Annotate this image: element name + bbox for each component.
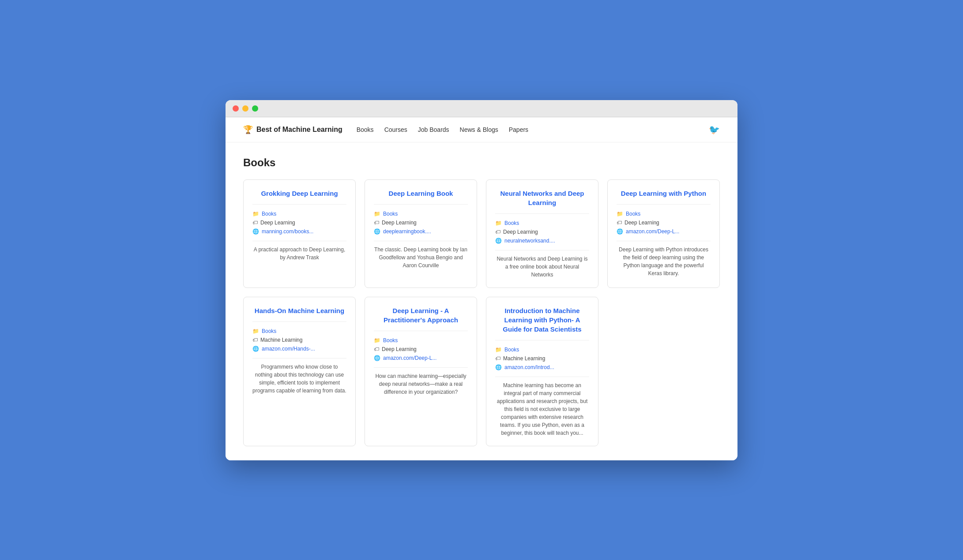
card-description: Deep Learning with Python introduces the… [617,246,711,277]
tag-icon: 🏷 [252,220,258,226]
nav-link-news-blogs[interactable]: News & Blogs [460,126,498,133]
globe-icon: 🌐 [617,228,623,235]
card-title: Deep Learning Book [374,189,468,205]
card-description: Neural Networks and Deep Learning is a f… [495,255,589,279]
brand-label: Best of Machine Learning [256,126,342,134]
card-tag-item: 🏷 Machine Learning [252,337,346,343]
card-url-link[interactable]: manning.com/books... [262,228,313,235]
card-category-link[interactable]: Books [262,211,276,217]
cards-grid-row1: Grokking Deep Learning 📁 Books 🏷 Deep Le… [243,179,720,288]
nav-link-courses[interactable]: Courses [384,126,407,133]
folder-icon: 📁 [374,337,380,343]
nav-link-job-boards[interactable]: Job Boards [418,126,449,133]
tag-icon: 🏷 [374,220,379,226]
trophy-icon: 🏆 [243,125,253,134]
card-meta: 📁 Books 🏷 Deep Learning 🌐 manning.com/bo… [252,211,346,235]
folder-icon: 📁 [252,328,259,334]
card-category-item: 📁 Books [495,347,589,353]
card-url-link[interactable]: amazon.com/Hands-... [262,346,315,352]
card-category-link[interactable]: Books [504,347,519,353]
card-divider [617,241,711,241]
card-url-item: 🌐 neuralnetworksand.... [495,238,589,244]
card-deep-learning-practitioner[interactable]: Deep Learning - A Practitioner's Approac… [365,297,477,446]
empty-card-slot [607,297,720,446]
card-tag: Deep Learning [503,229,538,235]
globe-icon: 🌐 [252,346,259,352]
tag-icon: 🏷 [252,337,258,343]
card-hands-on-machine-learning[interactable]: Hands-On Machine Learning 📁 Books 🏷 Mach… [243,297,356,446]
card-tag-item: 🏷 Deep Learning [617,220,711,226]
browser-titlebar [226,100,737,117]
card-url-item: 🌐 amazon.com/Deep-L... [617,228,711,235]
card-tag-item: 🏷 Deep Learning [374,220,468,226]
globe-icon: 🌐 [374,228,380,235]
globe-icon: 🌐 [374,355,380,361]
card-tag: Deep Learning [382,346,417,352]
nav-links: Books Courses Job Boards News & Blogs Pa… [357,126,709,133]
browser-content: 🏆 Best of Machine Learning Books Courses… [226,117,737,460]
card-meta: 📁 Books 🏷 Machine Learning 🌐 amazon.com/… [495,347,589,370]
folder-icon: 📁 [495,220,502,226]
tag-icon: 🏷 [617,220,622,226]
card-url-link[interactable]: neuralnetworksand.... [504,238,555,244]
card-tag: Deep Learning [260,220,295,226]
card-url-item: 🌐 amazon.com/Hands-... [252,346,346,352]
card-divider [495,377,589,377]
card-url-item: 🌐 deeplearningbook.... [374,228,468,235]
tag-icon: 🏷 [374,346,379,352]
card-intro-ml-python[interactable]: Introduction to Machine Learning with Py… [486,297,598,446]
card-deep-learning-python[interactable]: Deep Learning with Python 📁 Books 🏷 Deep… [607,179,720,288]
card-url-link[interactable]: deeplearningbook.... [383,228,431,235]
card-divider [374,367,468,368]
card-title: Grokking Deep Learning [252,189,346,205]
nav-link-papers[interactable]: Papers [509,126,528,133]
card-meta: 📁 Books 🏷 Deep Learning 🌐 amazon.com/Dee… [374,337,468,361]
card-tag: Machine Learning [503,355,545,362]
globe-icon: 🌐 [495,364,502,370]
card-url-link[interactable]: amazon.com/Introd... [504,364,554,370]
card-grokking-deep-learning[interactable]: Grokking Deep Learning 📁 Books 🏷 Deep Le… [243,179,356,288]
card-divider [252,241,346,241]
card-category-link[interactable]: Books [383,211,398,217]
card-category-item: 📁 Books [252,211,346,217]
card-divider [252,358,346,358]
navbar: 🏆 Best of Machine Learning Books Courses… [226,117,737,142]
card-tag: Machine Learning [260,337,302,343]
main-content: Books Grokking Deep Learning 📁 Books 🏷 D… [226,142,737,460]
nav-link-books[interactable]: Books [357,126,374,133]
globe-icon: 🌐 [252,228,259,235]
card-description: Machine learning has become an integral … [495,381,589,437]
card-tag-item: 🏷 Deep Learning [495,229,589,235]
card-url-link[interactable]: amazon.com/Deep-L... [626,228,679,235]
folder-icon: 📁 [495,347,502,353]
page-title: Books [243,157,720,169]
browser-window: 🏆 Best of Machine Learning Books Courses… [226,100,737,460]
minimize-button[interactable] [242,105,248,112]
maximize-button[interactable] [252,105,258,112]
card-category-item: 📁 Books [374,211,468,217]
tag-icon: 🏷 [495,229,500,235]
card-category-link[interactable]: Books [383,337,398,343]
card-tag-item: 🏷 Machine Learning [495,355,589,362]
folder-icon: 📁 [374,211,380,217]
card-category-item: 📁 Books [495,220,589,226]
card-neural-networks-deep-learning[interactable]: Neural Networks and Deep Learning 📁 Book… [486,179,598,288]
tag-icon: 🏷 [495,355,500,362]
card-url-item: 🌐 manning.com/books... [252,228,346,235]
brand[interactable]: 🏆 Best of Machine Learning [243,125,342,134]
card-tag: Deep Learning [624,220,659,226]
card-description: The classic. Deep Learning book by Ian G… [374,246,468,269]
card-url-link[interactable]: amazon.com/Deep-L... [383,355,436,361]
folder-icon: 📁 [617,211,623,217]
card-url-item: 🌐 amazon.com/Deep-L... [374,355,468,361]
card-category-link[interactable]: Books [504,220,519,226]
close-button[interactable] [233,105,239,112]
card-category-link[interactable]: Books [262,328,276,334]
card-meta: 📁 Books 🏷 Deep Learning 🌐 amazon.com/Dee… [617,211,711,235]
card-category-item: 📁 Books [252,328,346,334]
twitter-icon[interactable]: 🐦 [709,124,720,135]
card-category-link[interactable]: Books [626,211,640,217]
card-description: How can machine learning—especially deep… [374,372,468,396]
card-deep-learning-book[interactable]: Deep Learning Book 📁 Books 🏷 Deep Learni… [365,179,477,288]
card-tag-item: 🏷 Deep Learning [374,346,468,352]
